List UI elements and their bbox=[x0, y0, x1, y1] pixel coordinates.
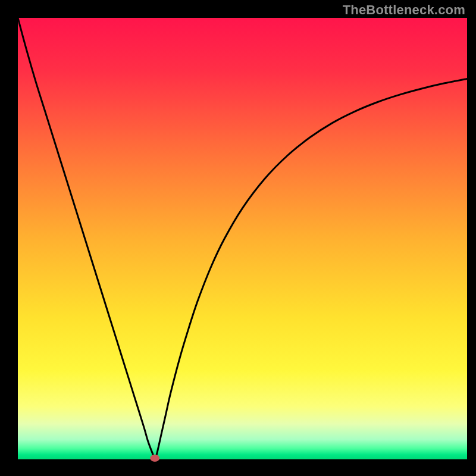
watermark-text: TheBottleneck.com bbox=[343, 2, 465, 18]
bottleneck-chart bbox=[0, 0, 476, 476]
optimal-point-marker bbox=[150, 455, 159, 462]
chart-frame: TheBottleneck.com bbox=[0, 0, 476, 476]
